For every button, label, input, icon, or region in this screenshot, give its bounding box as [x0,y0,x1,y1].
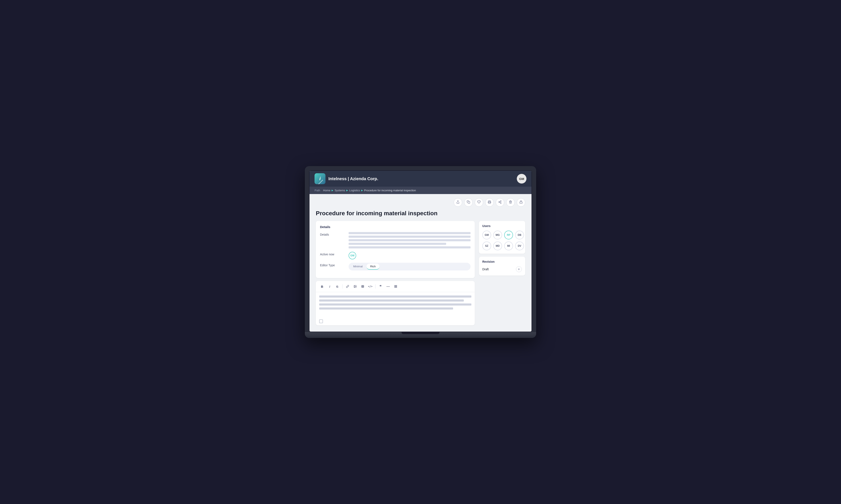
editor-line-4 [319,307,453,309]
revision-panel-title: Revision [482,260,522,263]
text-line-2 [348,236,470,238]
svg-point-3 [499,202,500,202]
revision-add-btn[interactable]: + [516,266,522,272]
editor-line-2 [319,300,464,302]
editor-toggle: Minimal Rich [348,263,470,270]
grid-btn[interactable] [392,283,399,290]
user-chip-sz[interactable]: SZ [482,241,491,250]
side-col: Users GM MG RP DB SZ MD MI DV [479,221,525,325]
revision-label: Draft [482,268,488,271]
toggle-rich[interactable]: Rich [366,264,379,270]
print-icon [488,200,491,204]
users-grid: GM MG RP DB SZ MD MI DV [482,231,522,250]
active-now-value: GM [348,252,470,259]
active-now-label: Active now [320,252,345,256]
svg-point-9 [355,286,355,286]
text-line-3 [348,239,470,241]
editor-line-3 [319,303,471,306]
users-panel: Users GM MG RP DB SZ MD MI DV [479,221,525,254]
svg-point-2 [500,201,501,201]
svg-rect-17 [395,287,395,287]
users-panel-title: Users [482,224,522,228]
user-chip-mi[interactable]: MI [504,241,513,250]
copy-icon-btn[interactable] [464,198,473,206]
toolbar-icons [316,198,525,206]
editor-bottom-hint [316,317,475,325]
toolbar-divider-2 [375,284,376,289]
share-social-icon [498,200,502,204]
svg-point-4 [500,203,501,203]
user-chip-mg[interactable]: MG [493,231,502,239]
favorite-icon-btn[interactable] [475,198,483,206]
breadcrumb-bar: Path Home ▶ Systems ▶ Logistics ▶ Proced… [309,187,532,194]
header-user-avatar[interactable]: GM [517,174,527,183]
active-now-row: Active now GM [320,252,470,259]
details-value [348,232,470,248]
heart-icon [477,200,481,204]
svg-rect-0 [468,202,470,203]
strikethrough-btn[interactable]: S [334,283,341,290]
hr-btn[interactable]: — [385,283,392,290]
page-title: Procedure for incoming material inspecti… [316,210,525,217]
svg-rect-1 [488,202,490,203]
editor-toolbar: B I S [316,281,475,292]
breadcrumb-home[interactable]: Home [323,189,330,192]
breadcrumb-logistics[interactable]: Logistics [349,189,360,192]
text-line-4 [348,243,446,245]
laptop-notch [401,332,440,334]
lock-icon [519,200,523,204]
user-chip-gm[interactable]: GM [482,231,491,239]
active-now-avatar[interactable]: GM [348,252,356,259]
delete-icon-btn[interactable] [506,198,515,206]
text-line-5 [348,246,470,248]
revision-row: Draft + [482,266,522,272]
share-icon-btn[interactable] [454,198,462,206]
app-logo: i [314,173,325,184]
editor-line-1 [319,295,471,298]
breadcrumb-arrow-1: ▶ [331,189,333,192]
svg-line-6 [500,201,501,202]
share-icon [456,200,460,204]
table-btn[interactable] [359,283,366,290]
main-content: Procedure for incoming material inspecti… [309,194,532,331]
user-chip-dv[interactable]: DV [515,241,524,250]
app-header: i Intelness | Azienda Corp. GM [309,171,532,187]
details-field-row: Details [320,232,470,248]
editor-content-lines [319,295,471,309]
bold-btn[interactable]: B [319,283,325,290]
user-chip-md[interactable]: MD [493,241,502,250]
details-text-lines [348,232,470,248]
share-social-icon-btn[interactable] [496,198,504,206]
laptop-screen: i Intelness | Azienda Corp. GM Path Home… [309,170,532,332]
breadcrumb-arrow-2: ▶ [346,189,348,192]
laptop-base [305,332,536,338]
print-icon-btn[interactable] [485,198,494,206]
trash-icon [509,200,512,204]
details-section-title: Details [320,225,470,229]
code-btn[interactable]: </> [367,283,374,290]
user-chip-db[interactable]: DB [515,231,524,239]
text-line-1 [348,232,470,234]
italic-btn[interactable]: I [326,283,333,290]
quote-btn[interactable]: ❝ [377,283,384,290]
logo-letter: i [320,176,321,181]
toggle-minimal[interactable]: Minimal [349,264,366,270]
editor-type-value: Minimal Rich [348,263,470,270]
image-btn[interactable] [352,283,359,290]
lock-icon-btn[interactable] [517,198,525,206]
breadcrumb-systems[interactable]: Systems [334,189,345,192]
svg-rect-16 [396,285,397,286]
svg-rect-7 [520,202,522,203]
editor-card: B I S [316,281,475,325]
toolbar-divider-1 [342,284,343,289]
svg-rect-10 [362,285,364,288]
plus-icon: + [518,267,520,271]
svg-line-5 [500,202,501,203]
editor-body[interactable] [316,292,475,317]
copy-icon [467,200,470,204]
header-left: i Intelness | Azienda Corp. [314,173,378,184]
hint-checkbox[interactable] [319,319,323,323]
breadcrumb-path-label: Path [314,189,320,192]
user-chip-rp[interactable]: RP [504,231,513,239]
link-btn[interactable] [344,283,351,290]
